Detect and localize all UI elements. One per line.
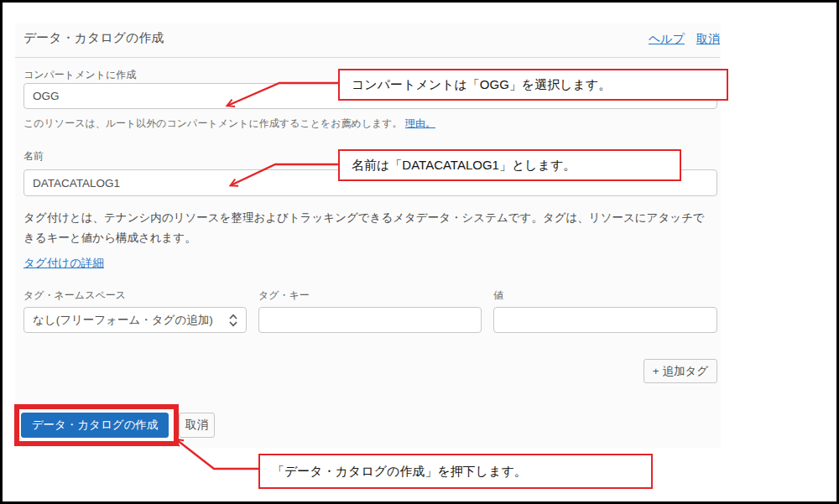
header-divider	[15, 57, 720, 58]
compartment-select-value: OGG	[33, 90, 60, 102]
tag-namespace-value: なし(フリーフォーム・タグの追加)	[33, 313, 213, 328]
add-tag-button[interactable]: + 追加タグ	[644, 359, 717, 383]
tag-key-label: タグ・キー	[258, 288, 310, 303]
reason-link[interactable]: 理由。	[405, 117, 435, 129]
name-label: 名前	[23, 149, 44, 164]
screenshot-frame: データ・カタログの作成 ヘルプ 取消 コンパートメントに作成 OGG このリソー…	[0, 0, 839, 504]
compartment-helper-label: このリソースは、ルート以外のコンパートメントに作成することをお薦めします。	[23, 117, 403, 129]
header-links: ヘルプ 取消	[649, 32, 720, 47]
tag-value-input[interactable]	[493, 307, 717, 333]
compartment-helper-text: このリソースは、ルート以外のコンパートメントに作成することをお薦めします。 理由…	[23, 117, 435, 131]
tag-key-input[interactable]	[258, 307, 482, 333]
create-annotation: 「データ・カタログの作成」を押下します。	[258, 454, 653, 489]
name-annotation: 名前は「DATACATALOG1」とします。	[338, 149, 681, 181]
page-title: データ・カタログの作成	[23, 30, 164, 46]
tagging-description: タグ付けとは、テナンシ内のリソースを整理およびトラッキングできるメタデータ・シス…	[23, 208, 715, 248]
chevron-up-down-icon	[229, 314, 237, 327]
compartment-label: コンパートメントに作成	[23, 68, 136, 82]
header-cancel-link[interactable]: 取消	[696, 32, 720, 47]
tag-namespace-select[interactable]: なし(フリーフォーム・タグの追加)	[23, 307, 247, 333]
tag-namespace-label: タグ・ネームスペース	[23, 288, 126, 303]
create-data-catalog-button[interactable]: データ・カタログの作成	[21, 413, 169, 438]
tagging-details-link[interactable]: タグ付けの詳細	[23, 256, 104, 271]
tag-value-label: 値	[493, 288, 503, 303]
help-link[interactable]: ヘルプ	[649, 32, 685, 47]
compartment-annotation: コンパートメントは「OGG」を選択します。	[338, 69, 728, 101]
cancel-button[interactable]: 取消	[179, 413, 215, 438]
